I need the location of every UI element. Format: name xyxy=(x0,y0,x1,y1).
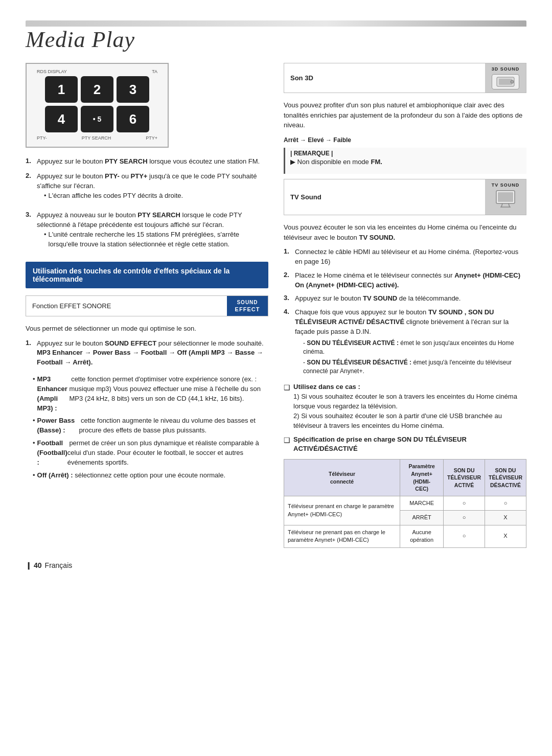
son3d-intro: Vous pouvez profiter d'un son plus natur… xyxy=(284,100,526,130)
svg-line-5 xyxy=(501,203,502,207)
td-tv-3: Téléviseur ne prenant pas en charge le p… xyxy=(284,525,400,547)
key-3: 3 xyxy=(117,76,149,103)
key-1: 1 xyxy=(45,76,78,103)
remarque-box: | REMARQUE | ▶ Non disponible en mode FM… xyxy=(284,148,526,174)
svg-rect-4 xyxy=(498,192,513,202)
label-pty-minus: PTY- xyxy=(37,135,47,141)
instruction-3-bullets: L'unité centrale recherche les 15 statio… xyxy=(44,230,268,249)
header-strip xyxy=(26,20,526,27)
arrow-line: Arrêt → Elevé → Faible xyxy=(284,135,526,145)
remarque-title: | REMARQUE | xyxy=(290,150,521,157)
sub-item-inactive: - SON DU TÉLÉVISEUR DÉSACTIVÉ : émet jus… xyxy=(303,358,526,376)
bullet-football: Football (Football) : permet de créer un… xyxy=(33,439,268,468)
instruction-1: 1. Appuyez sur le bouton PTY SEARCH lors… xyxy=(26,157,268,167)
sound-btn-top: SOUND xyxy=(237,299,258,306)
td-inactive-1: ○ xyxy=(485,496,526,510)
instruction-3: 3. Appuyez à nouveau sur le bouton PTY S… xyxy=(26,211,268,254)
section-header: Utilisation des touches de contrôle d'ef… xyxy=(26,262,268,288)
sound-effect-label: Fonction EFFET SONORE xyxy=(26,296,227,316)
sound-btn-bottom: EFFECT xyxy=(235,306,260,313)
key-5: • 5 xyxy=(81,106,113,132)
son3d-label: Son 3D xyxy=(284,63,485,93)
sound-bullet-list: MP3 Enhancer (Ampli MP3) : cette fonctio… xyxy=(33,375,268,480)
bullet-3-1: L'unité centrale recherche les 15 statio… xyxy=(44,230,268,249)
td-inactive-2: X xyxy=(485,511,526,525)
left-column: RDS DISPLAY TA 1 2 3 4 • 5 6 PTY- PTY SE… xyxy=(26,63,268,548)
bullet-2-1: L'écran affiche les codes PTY décrits à … xyxy=(44,191,268,201)
td-inactive-3: X xyxy=(485,525,526,547)
keypad-top-labels: RDS DISPLAY TA xyxy=(35,69,159,74)
son3d-top-label: 3D SOUND xyxy=(492,66,520,72)
keypad-row-2: 4 • 5 6 xyxy=(35,106,159,132)
tvsound-row: TV Sound TV SOUND xyxy=(284,179,526,215)
remarque-text: ▶ Non disponible en mode FM. xyxy=(290,157,521,167)
checkbox-icon-spec: ❑ xyxy=(284,436,290,444)
tv-icon xyxy=(494,190,517,212)
tv-instruction-3: 3. Appuyez sur le bouton TV SOUND de la … xyxy=(284,294,526,304)
page-number: ❙ xyxy=(26,561,32,569)
bullet-bass: Power Bass (Basse) : cette fonction augm… xyxy=(33,416,268,436)
keypad-box: RDS DISPLAY TA 1 2 3 4 • 5 6 PTY- PTY SE… xyxy=(26,63,169,148)
sound-intro: Vous permet de sélectionner un mode qui … xyxy=(26,324,268,334)
checkbox-spec-text: Spécification de prise en charge SON DU … xyxy=(293,435,526,454)
th-parametre: ParamètreAnynet+(HDMI-CEC) xyxy=(400,460,444,496)
sound-effect-button[interactable]: SOUND EFFECT xyxy=(227,296,268,316)
tv-instruction-4: 4. Chaque fois que vous appuyez sur le b… xyxy=(284,308,526,377)
label-pty-plus: PTY+ xyxy=(146,135,157,141)
right-column: Son 3D 3D SOUND Vous pouvez profiter d'u… xyxy=(284,63,526,548)
key-4: 4 xyxy=(45,106,78,132)
svg-point-2 xyxy=(511,80,514,83)
pty-instructions: 1. Appuyez sur le bouton PTY SEARCH lors… xyxy=(26,157,268,255)
table-header-row: Téléviseurconnecté ParamètreAnynet+(HDMI… xyxy=(284,460,526,496)
key-6: 6 xyxy=(117,106,149,132)
sound-effect-row: Fonction EFFET SONORE SOUND EFFECT xyxy=(26,295,268,316)
sub-item-active: - SON DU TÉLÉVISEUR ACTIVÉ : émet le son… xyxy=(303,339,526,357)
label-ta: TA xyxy=(152,69,157,74)
td-active-3: ○ xyxy=(444,525,485,547)
keypad-bottom-labels: PTY- PTY SEARCH PTY+ xyxy=(35,135,159,141)
checkbox-spec: ❑ Spécification de prise en charge SON D… xyxy=(284,435,526,454)
td-param-1: MARCHE xyxy=(400,496,444,510)
td-param-3: Aucune opération xyxy=(400,525,444,547)
checkbox-utilise-text: Utilisez dans ce cas : 1) Si vous souhai… xyxy=(293,382,526,430)
td-active-2: ○ xyxy=(444,511,485,525)
spec-table: Téléviseurconnecté ParamètreAnynet+(HDMI… xyxy=(284,459,526,547)
instruction-2: 2. Appuyez sur le bouton PTY- ou PTY+ ju… xyxy=(26,172,268,206)
page-language: Français xyxy=(45,561,73,569)
td-tv-1: Téléviseur prenant en charge le paramètr… xyxy=(284,496,400,525)
tvsound-label: TV Sound xyxy=(284,179,485,215)
label-pty-search: PTY SEARCH xyxy=(82,135,111,141)
th-active: SON DUTÉLÉVISEURACTIVÉ xyxy=(444,460,485,496)
svg-line-6 xyxy=(509,203,510,207)
key-2: 2 xyxy=(81,76,113,103)
sound-instructions: 1. Appuyez sur le bouton SOUND EFFECT po… xyxy=(26,339,268,368)
son3d-button[interactable]: 3D SOUND xyxy=(485,63,526,93)
page-container: Media Play RDS DISPLAY TA 1 2 3 4 • 5 6 xyxy=(0,0,552,590)
checkbox-icon-utilise: ❑ xyxy=(284,383,290,392)
th-televiseur: Téléviseurconnecté xyxy=(284,460,400,496)
page-title: Media Play xyxy=(26,27,526,53)
tvsound-btn-label: TV SOUND xyxy=(492,182,520,188)
tvsound-button[interactable]: TV SOUND xyxy=(485,179,526,215)
page-number-text: 40 xyxy=(34,561,42,569)
tvsound-instructions: 1. Connectez le câble HDMI au téléviseur… xyxy=(284,247,526,377)
sound-instruction-1: 1. Appuyez sur le bouton SOUND EFFECT po… xyxy=(26,339,268,368)
th-inactive: SON DUTÉLÉVISEURDÉSACTIVÉ xyxy=(485,460,526,496)
bullet-off: Off (Arrêt) : sélectionnez cette option … xyxy=(33,471,268,480)
two-col-layout: RDS DISPLAY TA 1 2 3 4 • 5 6 PTY- PTY SE… xyxy=(26,63,526,548)
tv-instruction-2: 2. Placez le Home cinéma et le téléviseu… xyxy=(284,271,526,290)
label-rds: RDS DISPLAY xyxy=(37,69,67,74)
td-param-2: ARRÊT xyxy=(400,511,444,525)
tvsound-intro: Vous pouvez écouter le son via les encei… xyxy=(284,222,526,242)
table-row-3: Téléviseur ne prenant pas en charge le p… xyxy=(284,525,526,547)
keypad-row-1: 1 2 3 xyxy=(35,76,159,103)
svg-rect-1 xyxy=(499,79,512,85)
table-row-1: Téléviseur prenant en charge le paramètr… xyxy=(284,496,526,510)
bullet-mp3: MP3 Enhancer (Ampli MP3) : cette fonctio… xyxy=(33,375,268,413)
page-footer: ❙ 40 Français xyxy=(26,557,526,569)
checkbox-utilise: ❑ Utilisez dans ce cas : 1) Si vous souh… xyxy=(284,382,526,430)
tv-instruction-1: 1. Connectez le câble HDMI au téléviseur… xyxy=(284,247,526,267)
tv-instruction-4-subs: - SON DU TÉLÉVISEUR ACTIVÉ : émet le son… xyxy=(303,339,526,376)
instruction-2-bullets: L'écran affiche les codes PTY décrits à … xyxy=(44,191,268,201)
td-active-1: ○ xyxy=(444,496,485,510)
